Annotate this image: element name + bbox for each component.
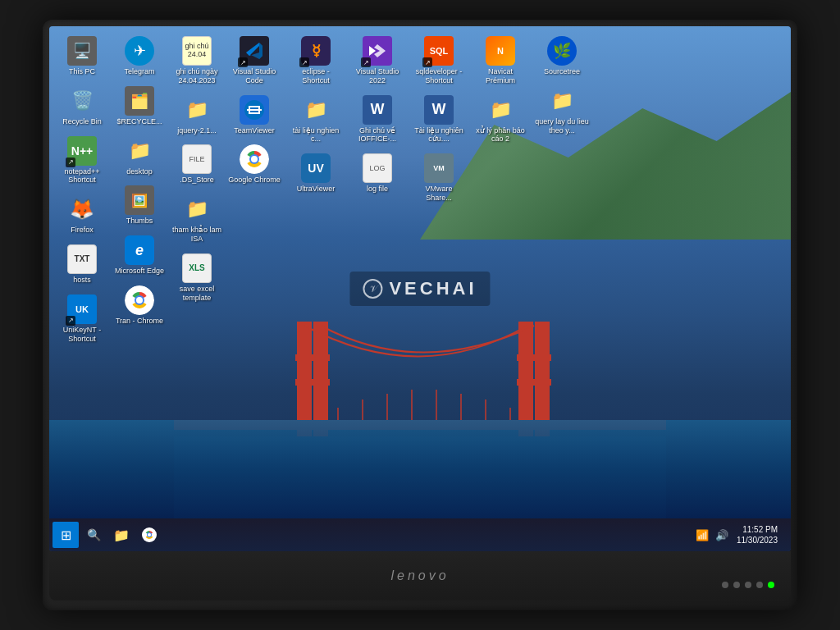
monitor-bottom-bezel: lenovo — [49, 551, 791, 600]
desktop: 𝒱 VECHAI 🖥️ This PC 🗑️ Recycle Bin — [49, 26, 791, 551]
volume-icon[interactable]: 🔊 — [714, 527, 730, 543]
icon-ms-edge[interactable]: e Microsoft Edge — [111, 232, 168, 279]
icon-vscode[interactable]: ↗ Visual Studio Code — [226, 33, 283, 89]
svg-point-24 — [251, 156, 258, 162]
icon-firefox[interactable]: 🦊 Firefox — [53, 191, 111, 238]
svg-point-20 — [136, 297, 143, 304]
network-icon[interactable]: 📶 — [694, 527, 710, 543]
icon-navicat[interactable]: N Navicat Prémium — [472, 33, 529, 89]
icon-sqldeveloper[interactable]: SQL ↗ sqldeveloper - Shortcut — [410, 33, 468, 89]
icon-google-chrome[interactable]: Google Chrome — [226, 141, 283, 188]
icon-recycle-bin[interactable]: 🗑️ Recycle Bin — [53, 83, 111, 130]
system-clock[interactable]: 11:52 PM 11/30/2023 — [733, 524, 781, 546]
icon-tham-khao[interactable]: 📁 tham khảo lam ISA — [168, 191, 226, 247]
monitor-btn-4[interactable] — [756, 582, 763, 588]
icon-query-lay[interactable]: 📁 query lay du lieu theo y... — [533, 83, 591, 139]
icon-word-ioffice[interactable]: W Ghi chú về IOFFICE-... — [349, 92, 406, 148]
icon-ghi-chu[interactable]: ghi chú24.04 ghi chú ngày 24.04.2023 — [168, 33, 226, 89]
monitor-btn-1[interactable] — [722, 582, 728, 588]
taskbar-file-explorer[interactable]: 📁 — [108, 522, 135, 548]
start-button[interactable]: ⊞ — [52, 522, 79, 548]
icon-xu-ly[interactable]: 📁 xử lý phân báo cáo 2 — [472, 92, 529, 148]
icon-tai-lieu-folder[interactable]: 📁 tài liệu nghien c... — [287, 92, 345, 148]
icon-this-pc[interactable]: 🖥️ This PC — [53, 33, 111, 80]
monitor-controls — [722, 582, 774, 588]
icon-srecycle[interactable]: 🗂️ $RECYCLE... — [111, 83, 168, 130]
monitor: ThinkVision — [43, 20, 797, 610]
svg-point-27 — [148, 533, 151, 536]
icon-save-excel[interactable]: XLS save excel template — [168, 250, 226, 306]
taskbar: ⊞ 🔍 📁 📶 🔊 11:52 PM 11/30/2023 — [49, 518, 791, 551]
search-button[interactable]: 🔍 — [82, 523, 105, 546]
monitor-btn-3[interactable] — [745, 582, 751, 588]
icon-teamviewer[interactable]: TeamViewer — [226, 92, 283, 139]
icon-hosts[interactable]: TXT hosts — [53, 241, 111, 288]
monitor-logo: lenovo — [390, 568, 449, 583]
icon-vmware[interactable]: VM VMware Share... — [410, 150, 468, 206]
monitor-btn-2[interactable] — [733, 582, 740, 588]
icon-ultraviewer[interactable]: UV UltraViewer — [287, 150, 345, 197]
monitor-power-btn[interactable] — [768, 582, 774, 588]
icon-thumbs[interactable]: 🖼️ Thumbs — [111, 182, 168, 229]
icon-sourcetree[interactable]: 🌿 Sourcetree — [533, 33, 591, 80]
desktop-icons-area: 🖥️ This PC 🗑️ Recycle Bin N++ ↗ notepad+… — [49, 26, 791, 518]
system-tray: 📶 🔊 11:52 PM 11/30/2023 — [694, 524, 788, 546]
icon-unikeynt[interactable]: UK ↗ UniKeyNT - Shortcut — [53, 291, 111, 347]
icon-jquery[interactable]: 📁 jquery-2.1... — [168, 92, 226, 139]
icon-log-file[interactable]: LOG log file — [349, 150, 406, 197]
icon-ds-store[interactable]: FILE .DS_Store — [168, 141, 226, 188]
icon-tran-chrome[interactable]: Tran - Chrome — [111, 282, 168, 329]
taskbar-chrome[interactable] — [136, 522, 162, 548]
screen-bezel: 𝒱 VECHAI 🖥️ This PC 🗑️ Recycle Bin — [49, 26, 791, 551]
icon-notepadpp[interactable]: N++ ↗ notepad++ Shortcut — [53, 133, 111, 189]
icon-telegram[interactable]: ✈ Telegram — [111, 33, 168, 80]
icon-desktop-folder[interactable]: 📁 desktop — [111, 133, 168, 180]
icon-eclipse[interactable]: ☿ ↗ eclipse - Shortcut — [287, 33, 345, 89]
icon-vs2022[interactable]: ↗ Visual Studio 2022 — [349, 33, 406, 89]
taskbar-pinned-icons: 📁 — [108, 522, 162, 548]
icon-word-nghien[interactable]: W Tài liệu nghiên cứu.... — [410, 92, 468, 148]
